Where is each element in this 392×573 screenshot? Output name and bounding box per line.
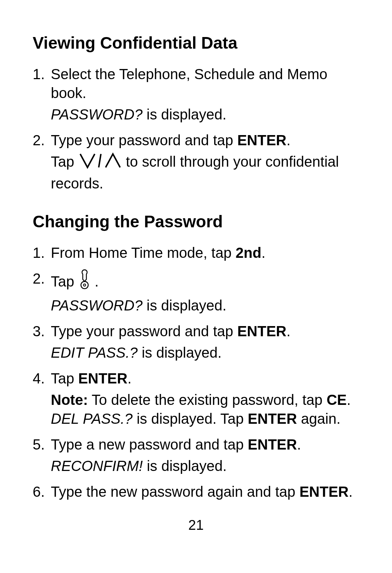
step-line: EDIT PASS.? is displayed.: [51, 343, 359, 362]
svg-point-0: [81, 281, 88, 289]
text-span: ENTER: [299, 484, 349, 500]
text-span: ENTER: [237, 323, 287, 339]
text-span: Type a new password and tap: [51, 436, 248, 452]
text-span: Note:: [51, 392, 88, 408]
step-line: RECONFIRM! is displayed.: [51, 456, 359, 476]
step-line: Type your password and tap ENTER.: [51, 323, 290, 339]
text-span: Tap: [51, 154, 78, 170]
step-line: Type the new password again and tap ENTE…: [51, 484, 353, 500]
text-span: is displayed.: [143, 297, 226, 313]
text-span: DEL PASS.?: [51, 411, 132, 427]
step-number: 2.: [33, 269, 45, 288]
text-span: PASSWORD?: [51, 297, 143, 313]
step-number: 3.: [33, 322, 45, 341]
step-line: Tap to scroll through your confidential …: [51, 152, 359, 194]
step-item: 2.Tap .PASSWORD? is displayed.: [51, 269, 359, 316]
text-span: again.: [297, 411, 340, 427]
step-line: PASSWORD? is displayed.: [51, 296, 359, 315]
step-number: 4.: [33, 369, 45, 388]
step-line: From Home Time mode, tap 2nd.: [51, 245, 265, 261]
page-content: Viewing Confidential Data1.Select the Te…: [33, 33, 359, 501]
manual-page: Viewing Confidential Data1.Select the Te…: [0, 0, 392, 573]
text-span: ENTER: [78, 370, 128, 386]
text-span: To delete the existing password, tap: [88, 392, 326, 408]
step-line: Tap .: [51, 273, 99, 289]
step-number: 2.: [33, 131, 45, 150]
step-item: 1.Select the Telephone, Schedule and Mem…: [51, 65, 359, 124]
text-span: Tap: [51, 273, 78, 289]
text-span: is displayed.: [138, 345, 221, 361]
text-span: is displayed. Tap: [132, 411, 248, 427]
text-span: 2nd: [236, 245, 261, 261]
text-span: Type the new password again and tap: [51, 484, 299, 500]
step-line: Type a new password and tap ENTER.: [51, 436, 301, 452]
step-number: 6.: [33, 482, 45, 501]
step-item: 4.Tap ENTER.Note: To delete the existing…: [51, 369, 359, 428]
text-span: CE: [327, 392, 347, 408]
down-up-scroll-icon: [78, 152, 122, 174]
page-number: 21: [0, 517, 392, 533]
section-heading: Viewing Confidential Data: [33, 33, 359, 54]
step-number: 5.: [33, 435, 45, 454]
step-list: 1.From Home Time mode, tap 2nd.2.Tap .PA…: [33, 243, 359, 501]
text-span: .: [286, 132, 290, 148]
text-span: .: [91, 273, 99, 289]
text-span: ENTER: [237, 132, 287, 148]
text-span: Tap: [51, 370, 78, 386]
text-span: ENTER: [248, 436, 297, 452]
step-list: 1.Select the Telephone, Schedule and Mem…: [33, 65, 359, 194]
step-number: 1.: [33, 243, 45, 263]
text-span: From Home Time mode, tap: [51, 245, 236, 261]
step-item: 3.Type your password and tap ENTER.EDIT …: [51, 322, 359, 362]
text-span: .: [127, 370, 131, 386]
step-item: 2.Type your password and tap ENTER.Tap t…: [51, 131, 359, 193]
text-span: Type your password and tap: [51, 323, 237, 339]
svg-point-1: [83, 284, 86, 286]
text-span: .: [348, 484, 352, 500]
key-icon: [78, 269, 91, 294]
text-span: .: [297, 436, 301, 452]
text-span: .: [347, 392, 351, 408]
step-line: Note: To delete the existing password, t…: [51, 390, 359, 429]
text-span: PASSWORD?: [51, 106, 143, 122]
step-line: Select the Telephone, Schedule and Memo …: [51, 66, 327, 101]
text-span: Type your password and tap: [51, 132, 237, 148]
step-line: Tap ENTER.: [51, 370, 131, 386]
step-line: Type your password and tap ENTER.: [51, 132, 290, 148]
step-item: 6.Type the new password again and tap EN…: [51, 482, 359, 501]
text-span: .: [261, 245, 265, 261]
step-line: PASSWORD? is displayed.: [51, 105, 359, 124]
text-span: ENTER: [248, 411, 297, 427]
text-span: RECONFIRM!: [51, 458, 143, 474]
text-span: .: [286, 323, 290, 339]
step-item: 5.Type a new password and tap ENTER.RECO…: [51, 435, 359, 476]
step-number: 1.: [33, 65, 45, 84]
section-heading: Changing the Password: [33, 211, 359, 232]
text-span: Select the Telephone, Schedule and Memo …: [51, 66, 327, 101]
text-span: is displayed.: [143, 106, 226, 122]
text-span: is displayed.: [143, 458, 226, 474]
text-span: EDIT PASS.?: [51, 345, 138, 361]
step-item: 1.From Home Time mode, tap 2nd.: [51, 243, 359, 263]
